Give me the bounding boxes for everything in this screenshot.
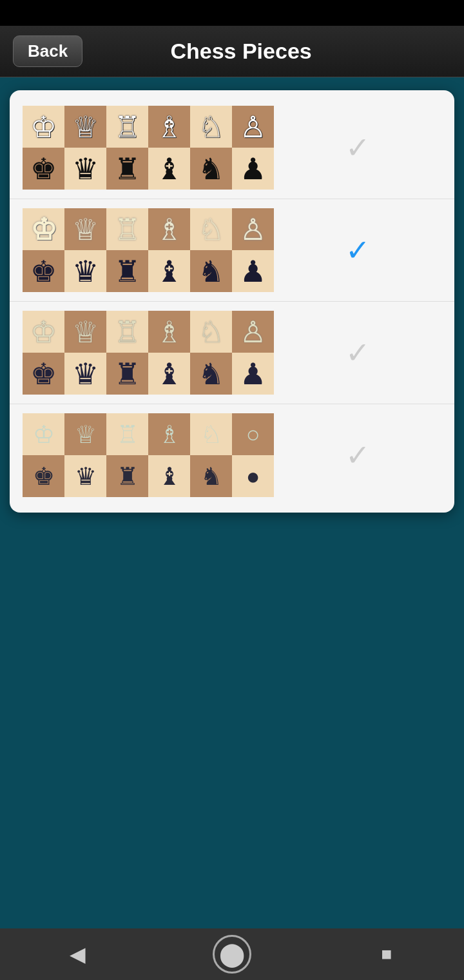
check-area-4: ✓ xyxy=(274,438,441,473)
cell: ♗ xyxy=(148,413,190,455)
cell: ♗ xyxy=(148,311,190,353)
cell: ♟ xyxy=(232,148,274,190)
cell: ♚ xyxy=(23,148,64,190)
cell: ♚ xyxy=(23,353,64,395)
cell: ♟ xyxy=(232,353,274,395)
board-preview-4: ♔ ♕ ♖ ♗ ♘ ○ ♚ ♛ ♜ ♝ ♞ ● xyxy=(23,413,274,497)
board-row-bottom-4: ♚ ♛ ♜ ♝ ♞ ● xyxy=(23,455,274,497)
cell: ♞ xyxy=(190,148,232,190)
piece-sets-container: ♔ ♕ ♖ ♗ ♘ ♙ ♚ ♛ ♜ ♝ ♞ ♟ ✓ ♔ ♕ xyxy=(10,90,454,513)
cell: ♞ xyxy=(190,250,232,292)
cell: ♜ xyxy=(106,148,148,190)
status-bar xyxy=(0,0,464,26)
cell: ♖ xyxy=(106,208,148,250)
cell: ♔ xyxy=(23,106,64,148)
cell: ♚ xyxy=(23,250,64,292)
cell: ♙ xyxy=(232,106,274,148)
cell: ● xyxy=(232,455,274,497)
cell: ♖ xyxy=(106,413,148,455)
cell: ♖ xyxy=(106,106,148,148)
board-row-top-2: ♔ ♕ ♖ ♗ ♘ ♙ xyxy=(23,208,274,250)
board-row-top-4: ♔ ♕ ♖ ♗ ♘ ○ xyxy=(23,413,274,455)
back-button[interactable]: Back xyxy=(13,35,82,67)
cell: ♙ xyxy=(232,311,274,353)
cell: ♔ xyxy=(23,311,64,353)
home-nav-button[interactable]: ⬤ xyxy=(213,935,251,974)
cell: ♛ xyxy=(64,250,106,292)
cell: ♘ xyxy=(190,208,232,250)
home-icon: ⬤ xyxy=(219,941,245,968)
cell: ♔ xyxy=(23,413,64,455)
cell: ♕ xyxy=(64,311,106,353)
cell: ♔ xyxy=(23,208,64,250)
board-row-top-3: ♔ ♕ ♖ ♗ ♘ ♙ xyxy=(23,311,274,353)
board-row-bottom-1: ♚ ♛ ♜ ♝ ♞ ♟ xyxy=(23,148,274,190)
checkmark-4: ✓ xyxy=(345,438,371,473)
piece-set-2[interactable]: ♔ ♕ ♖ ♗ ♘ ♙ ♚ ♛ ♜ ♝ ♞ ♟ ✓ xyxy=(10,199,454,302)
cell: ♝ xyxy=(148,250,190,292)
board-preview-1: ♔ ♕ ♖ ♗ ♘ ♙ ♚ ♛ ♜ ♝ ♞ ♟ xyxy=(23,106,274,190)
checkmark-3: ✓ xyxy=(345,335,371,370)
cell: ♕ xyxy=(64,106,106,148)
square-icon: ■ xyxy=(382,944,392,965)
board-row-bottom-2: ♚ ♛ ♜ ♝ ♞ ♟ xyxy=(23,250,274,292)
recent-nav-button[interactable]: ■ xyxy=(367,935,406,974)
navigation-bar: Back Chess Pieces xyxy=(0,26,464,77)
page-title: Chess Pieces xyxy=(82,39,400,64)
check-area-3: ✓ xyxy=(274,335,441,370)
checkmark-2: ✓ xyxy=(345,233,371,268)
cell: ♘ xyxy=(190,106,232,148)
cell: ♞ xyxy=(190,455,232,497)
cell: ♕ xyxy=(64,413,106,455)
board-preview-3: ♔ ♕ ♖ ♗ ♘ ♙ ♚ ♛ ♜ ♝ ♞ ♟ xyxy=(23,311,274,395)
cell: ♕ xyxy=(64,208,106,250)
cell: ♜ xyxy=(106,455,148,497)
cell: ♛ xyxy=(64,455,106,497)
check-area-2: ✓ xyxy=(274,233,441,268)
cell: ♛ xyxy=(64,148,106,190)
cell: ♝ xyxy=(148,353,190,395)
piece-set-4[interactable]: ♔ ♕ ♖ ♗ ♘ ○ ♚ ♛ ♜ ♝ ♞ ● ✓ xyxy=(10,404,454,506)
cell: ♟ xyxy=(232,250,274,292)
cell: ♘ xyxy=(190,311,232,353)
board-row-bottom-3: ♚ ♛ ♜ ♝ ♞ ♟ xyxy=(23,353,274,395)
board-row-top-1: ♔ ♕ ♖ ♗ ♘ ♙ xyxy=(23,106,274,148)
cell: ♖ xyxy=(106,311,148,353)
cell: ♝ xyxy=(148,455,190,497)
cell: ♗ xyxy=(148,208,190,250)
cell: ♗ xyxy=(148,106,190,148)
cell: ♙ xyxy=(232,208,274,250)
cell: ♝ xyxy=(148,148,190,190)
back-nav-button[interactable]: ◀ xyxy=(58,935,97,974)
piece-set-3[interactable]: ♔ ♕ ♖ ♗ ♘ ♙ ♚ ♛ ♜ ♝ ♞ ♟ ✓ xyxy=(10,302,454,404)
cell: ♞ xyxy=(190,353,232,395)
cell: ○ xyxy=(232,413,274,455)
cell: ♜ xyxy=(106,353,148,395)
board-preview-2: ♔ ♕ ♖ ♗ ♘ ♙ ♚ ♛ ♜ ♝ ♞ ♟ xyxy=(23,208,274,292)
check-area-1: ✓ xyxy=(274,130,441,165)
piece-set-1[interactable]: ♔ ♕ ♖ ♗ ♘ ♙ ♚ ♛ ♜ ♝ ♞ ♟ ✓ xyxy=(10,97,454,199)
cell: ♛ xyxy=(64,353,106,395)
cell: ♘ xyxy=(190,413,232,455)
checkmark-1: ✓ xyxy=(345,130,371,165)
cell: ♚ xyxy=(23,455,64,497)
cell: ♜ xyxy=(106,250,148,292)
bottom-navigation: ◀ ⬤ ■ xyxy=(0,928,464,980)
